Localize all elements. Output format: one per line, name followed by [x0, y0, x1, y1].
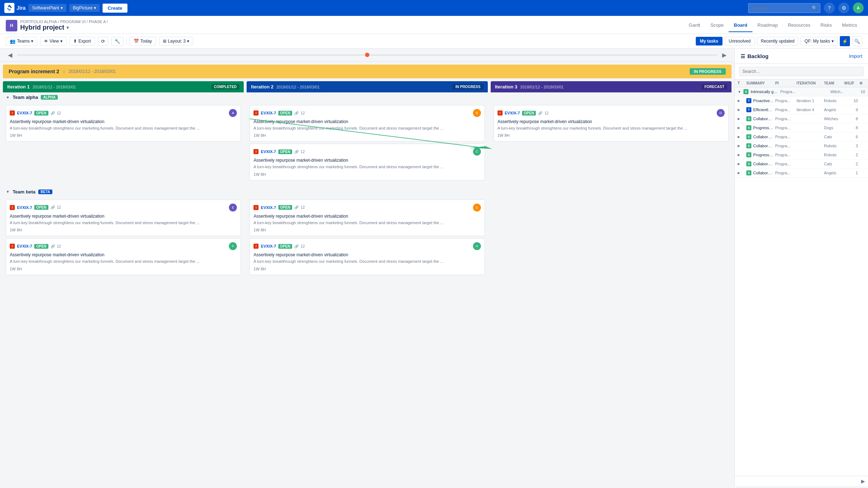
team-beta-chevron[interactable]: ▼: [6, 189, 10, 194]
card-title: Assertively repurpose market-driven virt…: [253, 214, 481, 219]
card-id: EVXIX-7: [17, 244, 32, 248]
today-btn[interactable]: 📅 Today: [130, 37, 156, 45]
card-type-icon: !: [10, 110, 15, 116]
big-picture-btn[interactable]: BigPicture ▾: [69, 4, 100, 12]
tab-roadmap[interactable]: Roadmap: [752, 19, 783, 32]
card-id: EVXIX-7: [261, 205, 276, 210]
card-link-icon: 🔗: [294, 205, 299, 209]
search-input[interactable]: [748, 3, 820, 13]
card-avatar-8: H: [473, 242, 481, 250]
lightning-btn[interactable]: ⚡: [840, 36, 850, 46]
card-beta-1-2[interactable]: ! EVXIX-7 OPEN 🔗 12 F Assertively repurp…: [6, 238, 241, 275]
layout-btn[interactable]: ⊞ Layout: 3 ▾: [159, 37, 193, 45]
card-link-count: 12: [301, 111, 305, 115]
card-id: EVXIX-7: [505, 111, 520, 115]
backlog-row[interactable]: ▶ S Progressively redefi... Progra... Do…: [735, 123, 868, 132]
tab-gantt[interactable]: Gantt: [684, 19, 706, 32]
col-team: TEAM: [824, 81, 843, 85]
import-btn[interactable]: Import: [849, 53, 862, 59]
row-expand[interactable]: ▶: [738, 144, 745, 148]
card-beta-1-1[interactable]: ! EVXIX-7 OPEN 🔗 12 E Assertively repurp…: [6, 200, 241, 236]
search-filter-btn[interactable]: 🔍: [852, 36, 862, 46]
teams-btn[interactable]: 👥 Teams ▾: [6, 37, 37, 46]
view-btn[interactable]: 👁 View ▾: [40, 37, 66, 45]
team-alpha-chevron[interactable]: ▼: [6, 95, 10, 100]
card-alpha-1-1[interactable]: ! EVXIX-7 OPEN 🔗 12 A Assertively repurp…: [6, 105, 241, 141]
card-alpha-3-1[interactable]: ! EVXIX-7 OPEN 🔗 12 D Assertively repurp…: [494, 105, 729, 141]
iteration-2-status: IN PROGRESS: [452, 84, 483, 90]
collapse-panel-btn[interactable]: ▶: [861, 478, 865, 484]
card-link-count: 12: [544, 111, 548, 115]
card-beta-2-2[interactable]: ! EVXIX-7 OPEN 🔗 12 H Assertively repurp…: [249, 238, 485, 275]
row-expand[interactable]: ▶: [738, 153, 745, 157]
card-alpha-2-1[interactable]: ! EVXIX-7 OPEN 🔗 12 B Assertively repurp…: [249, 105, 485, 141]
card-alpha-2-2[interactable]: ! EVXIX-7 OPEN 🔗 12 C Assertively repurp…: [249, 144, 485, 180]
row-team: Cats: [824, 135, 843, 139]
row-expand[interactable]: ▶: [738, 135, 745, 139]
col-settings[interactable]: ⚙: [859, 81, 865, 85]
row-summary: Proactively evolve...: [753, 99, 774, 103]
row-pi: Progra...: [775, 108, 795, 112]
row-expand[interactable]: ▶: [738, 126, 745, 130]
backlog-row[interactable]: ▶ T Proactively evolve... Progra... Iter…: [735, 96, 868, 105]
backlog-search-input[interactable]: [739, 67, 864, 76]
row-expand[interactable]: ▶: [738, 162, 745, 166]
timeline-next-btn[interactable]: ▶: [720, 51, 729, 59]
row-summary: Progressively redefi...: [753, 126, 774, 130]
project-title-chevron[interactable]: ▾: [66, 25, 69, 30]
backlog-row[interactable]: ▶ S Collaboratively benc... Progra... Ca…: [735, 160, 868, 169]
timeline-prev-btn[interactable]: ◀: [6, 51, 14, 59]
row-wsjf: 2: [844, 162, 858, 166]
avatar[interactable]: A: [853, 3, 864, 13]
iteration-headers: Iteration 1 2018/01/12 - 2018/03/01 COMP…: [0, 78, 734, 92]
qf-dropdown-btn[interactable]: QF: My tasks ▾: [800, 37, 838, 45]
iteration-3-status: FORECAST: [702, 84, 727, 90]
pi-dates: 2018/01/12 - 2018/03/01: [69, 69, 116, 74]
backlog-row[interactable]: ▶ S Progressively redefi... Progra... Ro…: [735, 151, 868, 160]
create-btn[interactable]: Create: [103, 4, 127, 13]
backlog-row[interactable]: ▶ S Collaboratively e-en... Progra... Wi…: [735, 114, 868, 123]
card-beta-2-1[interactable]: ! EVXIX-7 OPEN 🔗 12 G Assertively repurp…: [249, 200, 485, 236]
row-team: Dogs: [824, 126, 843, 130]
refresh-btn[interactable]: ⟳: [98, 37, 108, 46]
wrench-btn[interactable]: 🔧: [111, 37, 123, 46]
card-avatar-3: C: [473, 148, 481, 156]
software-plant-btn[interactable]: SoftwarePlant ▾: [29, 4, 66, 12]
tab-scope[interactable]: Scope: [705, 19, 729, 32]
tab-resources[interactable]: Resources: [783, 19, 815, 32]
row-expand[interactable]: ▶: [738, 108, 745, 112]
card-link-icon: 🔗: [51, 111, 55, 115]
settings-btn[interactable]: ⚙: [838, 3, 849, 13]
help-btn[interactable]: ?: [824, 3, 835, 13]
backlog-search-area: [735, 64, 868, 79]
recently-updated-btn[interactable]: Recently updated: [757, 37, 798, 45]
card-link-icon: 🔗: [294, 150, 299, 154]
backlog-row[interactable]: ▶ S Collaboratively e-en... Progra... Ro…: [735, 141, 868, 151]
team-alpha-cards: ! EVXIX-7 OPEN 🔗 12 A Assertively repurp…: [0, 102, 734, 186]
card-title: Assertively repurpose market-driven virt…: [10, 252, 237, 257]
my-tasks-btn[interactable]: My tasks: [696, 37, 723, 45]
backlog-row[interactable]: ▶ T Efficiently plagiarizi... Progra... …: [735, 105, 868, 114]
row-expand[interactable]: ▶: [738, 171, 745, 175]
unresolved-btn[interactable]: Unresolved: [725, 37, 755, 45]
card-link-count: 12: [301, 244, 305, 248]
card-title: Assertively repurpose market-driven virt…: [253, 119, 481, 124]
tab-risks[interactable]: Risks: [815, 19, 837, 32]
export-btn[interactable]: ⬆ Export: [69, 37, 95, 45]
col-2-team-alpha: ! EVXIX-7 OPEN 🔗 12 B Assertively repurp…: [247, 102, 487, 186]
backlog-row[interactable]: ▶ S Collaboratively benc... Progra... An…: [735, 169, 868, 178]
col-summary: SUMMARY: [746, 81, 774, 85]
tab-metrics[interactable]: Metrics: [837, 19, 862, 32]
program-increment-header: Program increment 2 ↕ 2018/01/12 - 2018/…: [3, 65, 732, 78]
card-footer: 1W 8H: [253, 172, 481, 177]
backlog-title: ☰ Backlog: [741, 53, 768, 59]
jira-logo: Jira: [4, 3, 26, 13]
backlog-row[interactable]: ▶ S Collaboratively benc... Progra... Ca…: [735, 132, 868, 141]
row-wsjf: 3: [844, 144, 858, 148]
tab-board[interactable]: Board: [729, 19, 752, 32]
row-expand[interactable]: ▶: [738, 117, 745, 121]
row-expand[interactable]: ▶: [738, 99, 745, 103]
timeline-bar: [17, 55, 717, 56]
col-wsjf: WSJF: [844, 81, 858, 85]
backlog-group-header[interactable]: ▼ S Intrinsically generate... Progra... …: [735, 87, 868, 96]
